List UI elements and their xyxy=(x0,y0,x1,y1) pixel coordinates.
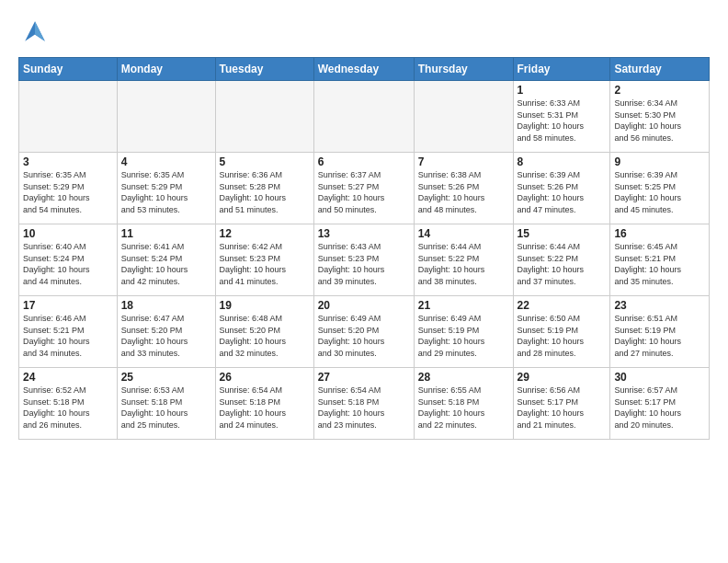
calendar-cell: 16Sunrise: 6:45 AM Sunset: 5:21 PM Dayli… xyxy=(610,224,710,296)
day-number: 1 xyxy=(518,84,607,97)
day-number: 26 xyxy=(220,371,310,384)
calendar-cell: 5Sunrise: 6:36 AM Sunset: 5:28 PM Daylig… xyxy=(215,153,313,224)
day-info: Sunrise: 6:42 AM Sunset: 5:23 PM Dayligh… xyxy=(220,241,310,287)
calendar-cell: 6Sunrise: 6:37 AM Sunset: 5:27 PM Daylig… xyxy=(313,153,414,224)
calendar-cell: 15Sunrise: 6:44 AM Sunset: 5:22 PM Dayli… xyxy=(513,224,610,296)
day-info: Sunrise: 6:36 AM Sunset: 5:28 PM Dayligh… xyxy=(220,169,310,215)
day-info: Sunrise: 6:39 AM Sunset: 5:26 PM Dayligh… xyxy=(518,169,607,215)
svg-marker-1 xyxy=(35,21,45,41)
calendar-cell: 25Sunrise: 6:53 AM Sunset: 5:18 PM Dayli… xyxy=(117,368,215,440)
weekday-header-sunday: Sunday xyxy=(19,58,118,81)
day-info: Sunrise: 6:48 AM Sunset: 5:20 PM Dayligh… xyxy=(220,313,310,359)
calendar-week-3: 10Sunrise: 6:40 AM Sunset: 5:24 PM Dayli… xyxy=(19,224,710,296)
calendar-cell: 18Sunrise: 6:47 AM Sunset: 5:20 PM Dayli… xyxy=(117,296,215,368)
day-info: Sunrise: 6:38 AM Sunset: 5:26 PM Dayligh… xyxy=(418,169,509,215)
weekday-header-thursday: Thursday xyxy=(414,58,513,81)
calendar-cell: 28Sunrise: 6:55 AM Sunset: 5:18 PM Dayli… xyxy=(414,368,513,440)
weekday-header-friday: Friday xyxy=(513,58,610,81)
calendar-cell: 24Sunrise: 6:52 AM Sunset: 5:18 PM Dayli… xyxy=(19,368,118,440)
day-number: 14 xyxy=(418,227,509,240)
calendar-week-4: 17Sunrise: 6:46 AM Sunset: 5:21 PM Dayli… xyxy=(19,296,710,368)
day-number: 16 xyxy=(614,227,705,240)
day-info: Sunrise: 6:54 AM Sunset: 5:18 PM Dayligh… xyxy=(318,385,410,431)
day-info: Sunrise: 6:46 AM Sunset: 5:21 PM Dayligh… xyxy=(23,313,113,359)
day-info: Sunrise: 6:52 AM Sunset: 5:18 PM Dayligh… xyxy=(23,385,113,431)
day-number: 22 xyxy=(518,299,607,312)
calendar-week-2: 3Sunrise: 6:35 AM Sunset: 5:29 PM Daylig… xyxy=(19,153,710,224)
weekday-header-wednesday: Wednesday xyxy=(313,58,414,81)
calendar-cell: 2Sunrise: 6:34 AM Sunset: 5:30 PM Daylig… xyxy=(610,81,710,153)
weekday-header-row: SundayMondayTuesdayWednesdayThursdayFrid… xyxy=(19,58,710,81)
day-number: 12 xyxy=(220,227,310,240)
calendar-table: SundayMondayTuesdayWednesdayThursdayFrid… xyxy=(18,57,710,440)
calendar-cell: 8Sunrise: 6:39 AM Sunset: 5:26 PM Daylig… xyxy=(513,153,610,224)
day-number: 7 xyxy=(418,155,509,168)
day-number: 18 xyxy=(121,299,211,312)
day-number: 3 xyxy=(23,155,113,168)
day-info: Sunrise: 6:43 AM Sunset: 5:23 PM Dayligh… xyxy=(318,241,410,287)
calendar-cell: 3Sunrise: 6:35 AM Sunset: 5:29 PM Daylig… xyxy=(19,153,118,224)
day-info: Sunrise: 6:47 AM Sunset: 5:20 PM Dayligh… xyxy=(121,313,211,359)
day-info: Sunrise: 6:49 AM Sunset: 5:19 PM Dayligh… xyxy=(418,313,509,359)
day-number: 28 xyxy=(418,371,509,384)
day-number: 5 xyxy=(220,155,310,168)
day-info: Sunrise: 6:33 AM Sunset: 5:31 PM Dayligh… xyxy=(518,98,607,144)
day-number: 24 xyxy=(23,371,113,384)
day-number: 23 xyxy=(614,299,705,312)
day-info: Sunrise: 6:55 AM Sunset: 5:18 PM Dayligh… xyxy=(418,385,509,431)
calendar-cell: 20Sunrise: 6:49 AM Sunset: 5:20 PM Dayli… xyxy=(313,296,414,368)
calendar-cell: 11Sunrise: 6:41 AM Sunset: 5:24 PM Dayli… xyxy=(117,224,215,296)
day-info: Sunrise: 6:35 AM Sunset: 5:29 PM Dayligh… xyxy=(23,169,113,215)
day-number: 19 xyxy=(220,299,310,312)
day-number: 25 xyxy=(121,371,211,384)
day-info: Sunrise: 6:37 AM Sunset: 5:27 PM Dayligh… xyxy=(318,169,410,215)
calendar-cell: 13Sunrise: 6:43 AM Sunset: 5:23 PM Dayli… xyxy=(313,224,414,296)
day-info: Sunrise: 6:57 AM Sunset: 5:17 PM Dayligh… xyxy=(614,385,705,431)
day-number: 27 xyxy=(318,371,410,384)
calendar-cell: 7Sunrise: 6:38 AM Sunset: 5:26 PM Daylig… xyxy=(414,153,513,224)
day-info: Sunrise: 6:51 AM Sunset: 5:19 PM Dayligh… xyxy=(614,313,705,359)
calendar-cell: 14Sunrise: 6:44 AM Sunset: 5:22 PM Dayli… xyxy=(414,224,513,296)
day-number: 30 xyxy=(614,371,705,384)
calendar-week-5: 24Sunrise: 6:52 AM Sunset: 5:18 PM Dayli… xyxy=(19,368,710,440)
day-info: Sunrise: 6:40 AM Sunset: 5:24 PM Dayligh… xyxy=(23,241,113,287)
calendar-cell: 12Sunrise: 6:42 AM Sunset: 5:23 PM Dayli… xyxy=(215,224,313,296)
day-info: Sunrise: 6:49 AM Sunset: 5:20 PM Dayligh… xyxy=(318,313,410,359)
header xyxy=(18,15,710,48)
weekday-header-saturday: Saturday xyxy=(610,58,710,81)
day-info: Sunrise: 6:56 AM Sunset: 5:17 PM Dayligh… xyxy=(518,385,607,431)
day-number: 2 xyxy=(614,84,705,97)
calendar-cell: 22Sunrise: 6:50 AM Sunset: 5:19 PM Dayli… xyxy=(513,296,610,368)
calendar-cell: 10Sunrise: 6:40 AM Sunset: 5:24 PM Dayli… xyxy=(19,224,118,296)
day-number: 29 xyxy=(518,371,607,384)
day-number: 4 xyxy=(121,155,211,168)
day-number: 15 xyxy=(518,227,607,240)
logo-icon xyxy=(18,15,51,48)
day-number: 21 xyxy=(418,299,509,312)
calendar-cell: 29Sunrise: 6:56 AM Sunset: 5:17 PM Dayli… xyxy=(513,368,610,440)
day-number: 20 xyxy=(318,299,410,312)
day-info: Sunrise: 6:41 AM Sunset: 5:24 PM Dayligh… xyxy=(121,241,211,287)
day-number: 13 xyxy=(318,227,410,240)
day-info: Sunrise: 6:34 AM Sunset: 5:30 PM Dayligh… xyxy=(614,98,705,144)
calendar-cell: 17Sunrise: 6:46 AM Sunset: 5:21 PM Dayli… xyxy=(19,296,118,368)
logo xyxy=(18,15,55,48)
day-number: 9 xyxy=(614,155,705,168)
calendar-cell: 30Sunrise: 6:57 AM Sunset: 5:17 PM Dayli… xyxy=(610,368,710,440)
calendar-week-1: 1Sunrise: 6:33 AM Sunset: 5:31 PM Daylig… xyxy=(19,81,710,153)
calendar-cell: 23Sunrise: 6:51 AM Sunset: 5:19 PM Dayli… xyxy=(610,296,710,368)
weekday-header-tuesday: Tuesday xyxy=(215,58,313,81)
day-info: Sunrise: 6:45 AM Sunset: 5:21 PM Dayligh… xyxy=(614,241,705,287)
day-info: Sunrise: 6:54 AM Sunset: 5:18 PM Dayligh… xyxy=(220,385,310,431)
day-number: 10 xyxy=(23,227,113,240)
calendar-cell xyxy=(313,81,414,153)
calendar-cell xyxy=(414,81,513,153)
day-info: Sunrise: 6:39 AM Sunset: 5:25 PM Dayligh… xyxy=(614,169,705,215)
day-info: Sunrise: 6:35 AM Sunset: 5:29 PM Dayligh… xyxy=(121,169,211,215)
calendar-cell: 26Sunrise: 6:54 AM Sunset: 5:18 PM Dayli… xyxy=(215,368,313,440)
calendar-cell: 4Sunrise: 6:35 AM Sunset: 5:29 PM Daylig… xyxy=(117,153,215,224)
calendar-cell xyxy=(19,81,118,153)
calendar-cell xyxy=(215,81,313,153)
calendar-cell: 21Sunrise: 6:49 AM Sunset: 5:19 PM Dayli… xyxy=(414,296,513,368)
day-number: 8 xyxy=(518,155,607,168)
